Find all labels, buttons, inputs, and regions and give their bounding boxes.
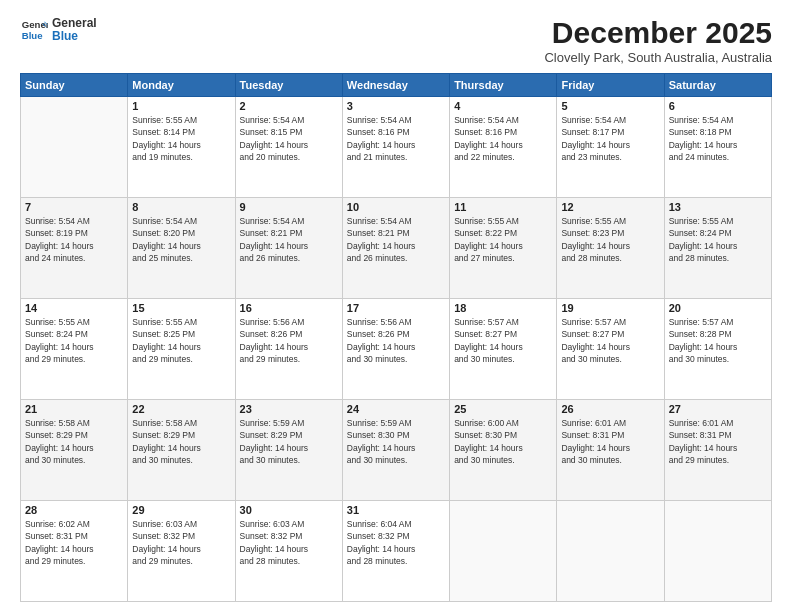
cell-info: Sunrise: 5:58 AMSunset: 8:29 PMDaylight:… <box>25 417 123 466</box>
calendar-cell <box>557 501 664 602</box>
calendar-week-row: 21Sunrise: 5:58 AMSunset: 8:29 PMDayligh… <box>21 400 772 501</box>
cell-info: Sunrise: 5:57 AMSunset: 8:27 PMDaylight:… <box>561 316 659 365</box>
day-number: 23 <box>240 403 338 415</box>
calendar-week-row: 28Sunrise: 6:02 AMSunset: 8:31 PMDayligh… <box>21 501 772 602</box>
calendar-cell: 9Sunrise: 5:54 AMSunset: 8:21 PMDaylight… <box>235 198 342 299</box>
day-number: 10 <box>347 201 445 213</box>
calendar-cell: 5Sunrise: 5:54 AMSunset: 8:17 PMDaylight… <box>557 97 664 198</box>
logo-blue: Blue <box>52 30 97 43</box>
calendar-cell: 19Sunrise: 5:57 AMSunset: 8:27 PMDayligh… <box>557 299 664 400</box>
day-number: 25 <box>454 403 552 415</box>
cell-info: Sunrise: 5:54 AMSunset: 8:17 PMDaylight:… <box>561 114 659 163</box>
day-number: 5 <box>561 100 659 112</box>
calendar-cell: 21Sunrise: 5:58 AMSunset: 8:29 PMDayligh… <box>21 400 128 501</box>
day-number: 2 <box>240 100 338 112</box>
cell-info: Sunrise: 5:57 AMSunset: 8:27 PMDaylight:… <box>454 316 552 365</box>
col-header-sunday: Sunday <box>21 74 128 97</box>
calendar-cell <box>21 97 128 198</box>
cell-info: Sunrise: 5:55 AMSunset: 8:25 PMDaylight:… <box>132 316 230 365</box>
calendar-cell: 18Sunrise: 5:57 AMSunset: 8:27 PMDayligh… <box>450 299 557 400</box>
calendar-cell: 7Sunrise: 5:54 AMSunset: 8:19 PMDaylight… <box>21 198 128 299</box>
day-number: 16 <box>240 302 338 314</box>
day-number: 21 <box>25 403 123 415</box>
cell-info: Sunrise: 6:03 AMSunset: 8:32 PMDaylight:… <box>240 518 338 567</box>
calendar-cell: 15Sunrise: 5:55 AMSunset: 8:25 PMDayligh… <box>128 299 235 400</box>
calendar-cell: 20Sunrise: 5:57 AMSunset: 8:28 PMDayligh… <box>664 299 771 400</box>
logo: General Blue General Blue <box>20 16 97 44</box>
calendar-cell: 3Sunrise: 5:54 AMSunset: 8:16 PMDaylight… <box>342 97 449 198</box>
day-number: 6 <box>669 100 767 112</box>
day-number: 12 <box>561 201 659 213</box>
day-number: 15 <box>132 302 230 314</box>
col-header-tuesday: Tuesday <box>235 74 342 97</box>
calendar-cell: 24Sunrise: 5:59 AMSunset: 8:30 PMDayligh… <box>342 400 449 501</box>
cell-info: Sunrise: 6:00 AMSunset: 8:30 PMDaylight:… <box>454 417 552 466</box>
calendar-cell <box>664 501 771 602</box>
calendar-cell: 26Sunrise: 6:01 AMSunset: 8:31 PMDayligh… <box>557 400 664 501</box>
day-number: 26 <box>561 403 659 415</box>
cell-info: Sunrise: 6:04 AMSunset: 8:32 PMDaylight:… <box>347 518 445 567</box>
day-number: 14 <box>25 302 123 314</box>
day-number: 1 <box>132 100 230 112</box>
col-header-wednesday: Wednesday <box>342 74 449 97</box>
page: General Blue General Blue December 2025 … <box>0 0 792 612</box>
cell-info: Sunrise: 5:55 AMSunset: 8:24 PMDaylight:… <box>669 215 767 264</box>
calendar-table: SundayMondayTuesdayWednesdayThursdayFrid… <box>20 73 772 602</box>
calendar-week-row: 7Sunrise: 5:54 AMSunset: 8:19 PMDaylight… <box>21 198 772 299</box>
cell-info: Sunrise: 5:57 AMSunset: 8:28 PMDaylight:… <box>669 316 767 365</box>
location-subtitle: Clovelly Park, South Australia, Australi… <box>544 50 772 65</box>
cell-info: Sunrise: 6:03 AMSunset: 8:32 PMDaylight:… <box>132 518 230 567</box>
cell-info: Sunrise: 5:54 AMSunset: 8:16 PMDaylight:… <box>454 114 552 163</box>
cell-info: Sunrise: 6:02 AMSunset: 8:31 PMDaylight:… <box>25 518 123 567</box>
day-number: 31 <box>347 504 445 516</box>
cell-info: Sunrise: 5:58 AMSunset: 8:29 PMDaylight:… <box>132 417 230 466</box>
cell-info: Sunrise: 6:01 AMSunset: 8:31 PMDaylight:… <box>561 417 659 466</box>
calendar-cell: 27Sunrise: 6:01 AMSunset: 8:31 PMDayligh… <box>664 400 771 501</box>
cell-info: Sunrise: 5:54 AMSunset: 8:21 PMDaylight:… <box>240 215 338 264</box>
day-number: 17 <box>347 302 445 314</box>
cell-info: Sunrise: 5:59 AMSunset: 8:29 PMDaylight:… <box>240 417 338 466</box>
calendar-week-row: 14Sunrise: 5:55 AMSunset: 8:24 PMDayligh… <box>21 299 772 400</box>
day-number: 30 <box>240 504 338 516</box>
cell-info: Sunrise: 5:55 AMSunset: 8:24 PMDaylight:… <box>25 316 123 365</box>
day-number: 28 <box>25 504 123 516</box>
cell-info: Sunrise: 6:01 AMSunset: 8:31 PMDaylight:… <box>669 417 767 466</box>
calendar-cell: 22Sunrise: 5:58 AMSunset: 8:29 PMDayligh… <box>128 400 235 501</box>
cell-info: Sunrise: 5:54 AMSunset: 8:21 PMDaylight:… <box>347 215 445 264</box>
cell-info: Sunrise: 5:55 AMSunset: 8:23 PMDaylight:… <box>561 215 659 264</box>
calendar-cell: 31Sunrise: 6:04 AMSunset: 8:32 PMDayligh… <box>342 501 449 602</box>
day-number: 7 <box>25 201 123 213</box>
calendar-cell: 2Sunrise: 5:54 AMSunset: 8:15 PMDaylight… <box>235 97 342 198</box>
cell-info: Sunrise: 5:56 AMSunset: 8:26 PMDaylight:… <box>240 316 338 365</box>
svg-text:Blue: Blue <box>22 30 43 41</box>
calendar-cell: 30Sunrise: 6:03 AMSunset: 8:32 PMDayligh… <box>235 501 342 602</box>
day-number: 27 <box>669 403 767 415</box>
calendar-cell: 17Sunrise: 5:56 AMSunset: 8:26 PMDayligh… <box>342 299 449 400</box>
cell-info: Sunrise: 5:55 AMSunset: 8:22 PMDaylight:… <box>454 215 552 264</box>
cell-info: Sunrise: 5:56 AMSunset: 8:26 PMDaylight:… <box>347 316 445 365</box>
calendar-cell: 12Sunrise: 5:55 AMSunset: 8:23 PMDayligh… <box>557 198 664 299</box>
cell-info: Sunrise: 5:59 AMSunset: 8:30 PMDaylight:… <box>347 417 445 466</box>
calendar-cell: 25Sunrise: 6:00 AMSunset: 8:30 PMDayligh… <box>450 400 557 501</box>
day-number: 24 <box>347 403 445 415</box>
cell-info: Sunrise: 5:54 AMSunset: 8:20 PMDaylight:… <box>132 215 230 264</box>
title-block: December 2025 Clovelly Park, South Austr… <box>544 16 772 65</box>
cell-info: Sunrise: 5:54 AMSunset: 8:18 PMDaylight:… <box>669 114 767 163</box>
calendar-cell: 10Sunrise: 5:54 AMSunset: 8:21 PMDayligh… <box>342 198 449 299</box>
calendar-cell: 29Sunrise: 6:03 AMSunset: 8:32 PMDayligh… <box>128 501 235 602</box>
day-number: 4 <box>454 100 552 112</box>
day-number: 13 <box>669 201 767 213</box>
header: General Blue General Blue December 2025 … <box>20 16 772 65</box>
calendar-header-row: SundayMondayTuesdayWednesdayThursdayFrid… <box>21 74 772 97</box>
calendar-cell: 14Sunrise: 5:55 AMSunset: 8:24 PMDayligh… <box>21 299 128 400</box>
cell-info: Sunrise: 5:54 AMSunset: 8:15 PMDaylight:… <box>240 114 338 163</box>
cell-info: Sunrise: 5:55 AMSunset: 8:14 PMDaylight:… <box>132 114 230 163</box>
calendar-cell <box>450 501 557 602</box>
col-header-friday: Friday <box>557 74 664 97</box>
cell-info: Sunrise: 5:54 AMSunset: 8:16 PMDaylight:… <box>347 114 445 163</box>
month-title: December 2025 <box>544 16 772 50</box>
calendar-week-row: 1Sunrise: 5:55 AMSunset: 8:14 PMDaylight… <box>21 97 772 198</box>
day-number: 8 <box>132 201 230 213</box>
calendar-cell: 13Sunrise: 5:55 AMSunset: 8:24 PMDayligh… <box>664 198 771 299</box>
calendar-cell: 6Sunrise: 5:54 AMSunset: 8:18 PMDaylight… <box>664 97 771 198</box>
